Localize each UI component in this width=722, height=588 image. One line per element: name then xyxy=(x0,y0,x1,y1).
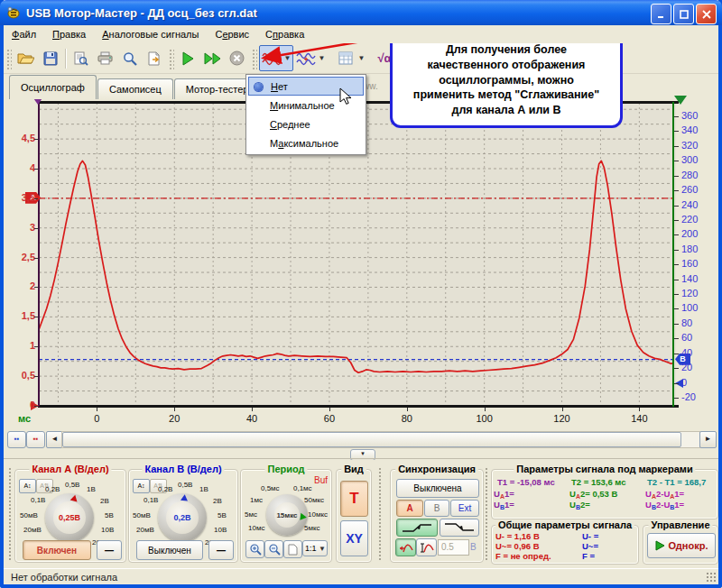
maximize-button[interactable] xyxy=(673,4,694,24)
y-right-tick-label: 220 xyxy=(681,214,712,225)
tab-recorder[interactable]: Самописец xyxy=(97,78,173,99)
y-axis-right-line xyxy=(672,102,674,407)
zoom-in-button[interactable] xyxy=(245,540,264,558)
title-bar[interactable]: USB Мотор-Мастер - ДД осц_без сгл.dat xyxy=(0,0,722,25)
channel-b-autoscale-button[interactable]: A↕ xyxy=(133,479,150,493)
panel-grip[interactable] xyxy=(377,467,383,561)
u-ac-a-value: U~= 0,96 В xyxy=(495,541,540,551)
trigger-wave-arrow-icon xyxy=(399,542,413,554)
minimize-button[interactable] xyxy=(651,4,671,24)
scrollbar-track[interactable] xyxy=(61,431,700,448)
menu-file[interactable]: Файл xyxy=(4,27,44,41)
zoom-ratio-select[interactable]: 1:1 ▼ xyxy=(302,540,328,556)
y-right-tick xyxy=(674,220,679,221)
y-left-tick xyxy=(34,287,38,288)
knob-scale-label: 5мкс xyxy=(304,524,320,532)
sync-off-button[interactable]: Выключена xyxy=(396,479,479,498)
view-t-button[interactable]: T xyxy=(340,481,368,517)
toolbar-grip[interactable] xyxy=(5,48,12,69)
y-left-tick xyxy=(34,258,38,259)
print-preview-button[interactable] xyxy=(69,46,93,70)
channel-b-line-style-button[interactable]: — xyxy=(208,540,234,560)
marker-params-panel: Параметры сигнала под маркерами T1 = -15… xyxy=(491,469,718,519)
trigger-mode-level-button[interactable] xyxy=(416,538,437,556)
panel-grip[interactable] xyxy=(7,467,13,561)
knob-scale-label: 0,1В xyxy=(31,496,45,504)
knob-scale-label: 1В xyxy=(87,485,96,493)
start-button[interactable] xyxy=(176,46,200,70)
print-preview-icon xyxy=(73,51,88,66)
panel-grip[interactable] xyxy=(484,467,489,561)
trigger-mode-auto-button[interactable] xyxy=(395,538,416,556)
view-title: Вид xyxy=(341,464,366,474)
y-right-tick-label: 240 xyxy=(681,199,712,210)
knob-scale-label: 10В xyxy=(101,526,114,534)
y-right-tick xyxy=(674,308,679,309)
marker-select-a-button[interactable]: ▪▪ xyxy=(7,431,26,448)
reset-zoom-button[interactable] xyxy=(283,540,302,558)
y-left-tick-label: 3 xyxy=(5,222,35,233)
y-right-tick xyxy=(674,354,679,354)
channel-a-autoscale-button[interactable]: A↕ xyxy=(19,479,36,493)
callout-line: Для получения более xyxy=(446,42,567,58)
trigger-level-unit: В xyxy=(470,542,477,552)
close-button[interactable] xyxy=(696,4,717,24)
knob-scale-label: 2В xyxy=(100,497,109,505)
knob-scale-label: 10мкс xyxy=(308,510,328,519)
y-right-tick-label: 200 xyxy=(681,228,712,239)
callout-line: применить метод "Сглаживание" xyxy=(413,87,599,103)
tab-oscilloscope[interactable]: Осциллограф xyxy=(9,75,97,99)
zoom-button[interactable] xyxy=(117,46,142,70)
view-xy-button[interactable]: XY xyxy=(340,520,368,556)
sync-source-ext-button[interactable]: Ext xyxy=(450,500,479,517)
menu-help[interactable]: Справка xyxy=(257,27,312,41)
marker-t1-value: T1 = -15,08 мс xyxy=(497,477,555,487)
x-tick-label: 20 xyxy=(161,413,188,424)
common-params-panel: Общие параметры сигнала U- = 1,16 В U~= … xyxy=(491,525,639,565)
help-callout: Для получения более качественного отобра… xyxy=(390,32,623,128)
blank-page-icon xyxy=(288,544,298,556)
stop-button[interactable] xyxy=(225,46,249,70)
channel-a-state-button[interactable]: Включен xyxy=(23,540,91,560)
channel-b-state-button[interactable]: Выключен xyxy=(136,540,203,560)
y-right-tick-label: 360 xyxy=(681,110,712,121)
start-continuous-button[interactable] xyxy=(200,46,225,70)
y-right-tick xyxy=(674,368,679,369)
y-left-tick-label: 0,5 xyxy=(5,370,35,381)
knob-scale-label: 1мс xyxy=(250,496,263,504)
sync-falling-edge-button[interactable] xyxy=(440,519,479,537)
marker-select-b-button[interactable]: ▪▪ xyxy=(26,431,45,448)
trigger-level-input[interactable]: 0.5 xyxy=(438,539,469,556)
view-panel: Вид T XY xyxy=(336,469,372,563)
save-button[interactable] xyxy=(38,46,62,70)
menu-item-maximal[interactable]: Максимальное xyxy=(248,133,364,152)
x-tick xyxy=(407,408,408,411)
menu-edit[interactable]: Правка xyxy=(44,27,94,41)
freq-a-value: F = не опред. xyxy=(495,551,551,561)
y-right-tick-label: 180 xyxy=(681,243,712,254)
single-shot-button[interactable]: Однокр. xyxy=(647,533,716,558)
menu-item-medium[interactable]: Среднее xyxy=(248,115,364,133)
sync-rising-edge-button[interactable] xyxy=(396,519,438,537)
u-ac-b-value: U~= xyxy=(582,541,598,551)
resize-grip[interactable] xyxy=(706,572,717,583)
export-button[interactable] xyxy=(142,46,166,70)
scroll-right-arrow[interactable]: ► xyxy=(699,431,717,448)
sync-source-a-button[interactable]: А xyxy=(396,500,423,517)
menu-service[interactable]: Сервис xyxy=(207,27,257,41)
y-right-tick xyxy=(674,116,679,117)
zoom-out-button[interactable] xyxy=(264,540,283,558)
toolbar-grip[interactable] xyxy=(168,48,174,69)
menu-analog-signals[interactable]: Аналоговые сигналы xyxy=(94,27,207,41)
channel-a-line-style-button[interactable]: — xyxy=(97,540,122,560)
freq-b-value: F = xyxy=(582,551,595,561)
channel-a-knob[interactable]: 0,25В xyxy=(45,493,94,542)
period-knob[interactable]: 15мкс xyxy=(266,494,308,536)
open-file-button[interactable] xyxy=(14,46,38,70)
y-right-tick xyxy=(674,190,679,191)
channel-b-knob[interactable]: 0,2В xyxy=(158,493,207,542)
sync-source-b-button[interactable]: В xyxy=(424,500,449,517)
scrollbar-thumb[interactable] xyxy=(62,432,681,447)
common-params-title: Общие параметры сигнала xyxy=(495,519,634,530)
print-button[interactable] xyxy=(93,46,117,70)
